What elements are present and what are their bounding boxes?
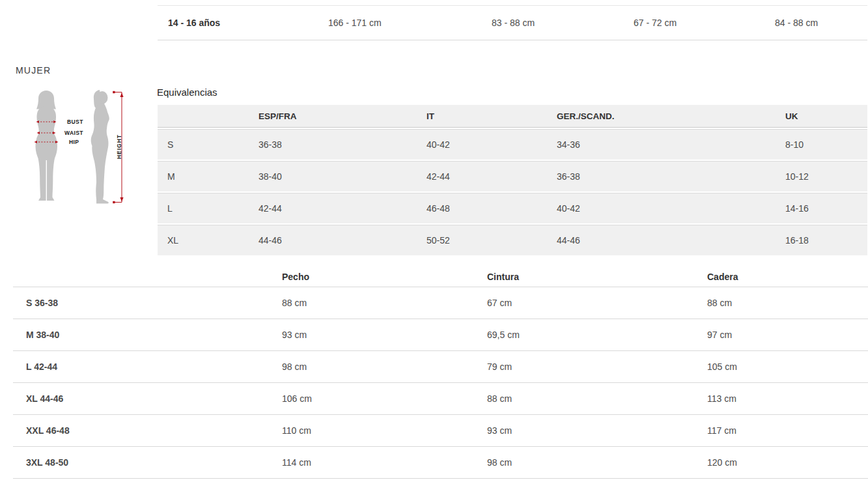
table-row: L 42-44 46-48 40-42 14-16 bbox=[158, 193, 867, 223]
measurements-header-row: Pecho Cintura Cadera bbox=[13, 267, 868, 287]
table-cell: 114 cm bbox=[282, 457, 487, 468]
column-header-pecho: Pecho bbox=[282, 272, 487, 282]
waist-range-cell: 67 - 72 cm bbox=[623, 18, 764, 28]
table-row: XL 44-46 106 cm 88 cm 113 cm bbox=[13, 382, 868, 414]
equivalencias-header-row: ESP/FRA IT GER./SCAND. UK bbox=[158, 105, 867, 128]
table-cell: 117 cm bbox=[707, 425, 868, 436]
size-cell: L bbox=[158, 203, 249, 214]
table-row: S 36-38 40-42 34-36 8-10 bbox=[158, 129, 867, 160]
chest-range-cell: 83 - 88 cm bbox=[481, 18, 623, 28]
table-cell: 113 cm bbox=[707, 393, 868, 404]
size-cell: S 36-38 bbox=[13, 298, 282, 308]
table-row: XXL 46-48 110 cm 93 cm 117 cm bbox=[13, 414, 868, 446]
table-cell: 46-48 bbox=[417, 203, 547, 214]
size-cell: S bbox=[158, 139, 249, 150]
side-figure-silhouette bbox=[91, 90, 109, 204]
front-figure-silhouette bbox=[36, 91, 58, 201]
table-row: 3XL 48-50 114 cm 98 cm 120 cm bbox=[13, 446, 868, 479]
previous-size-table-row: 14 - 16 años 166 - 171 cm 83 - 88 cm 67 … bbox=[158, 5, 867, 40]
column-header-it: IT bbox=[417, 111, 547, 121]
height-range-cell: 166 - 171 cm bbox=[318, 18, 481, 28]
table-cell: 44-46 bbox=[249, 235, 417, 246]
size-cell: M bbox=[158, 171, 249, 182]
table-cell: 106 cm bbox=[282, 393, 487, 404]
column-header-uk: UK bbox=[776, 111, 867, 121]
height-label: HEIGHT bbox=[116, 134, 122, 159]
table-cell: 97 cm bbox=[707, 330, 868, 340]
body-measure-figure: BUST WAIST HIP HEIGHT bbox=[26, 85, 156, 214]
size-cell: XL 44-46 bbox=[13, 393, 282, 404]
hip-label: HIP bbox=[69, 139, 79, 145]
table-row: S 36-38 88 cm 67 cm 88 cm bbox=[13, 287, 868, 319]
table-row: L 42-44 98 cm 79 cm 105 cm bbox=[13, 350, 868, 382]
table-cell: 36-38 bbox=[249, 139, 417, 150]
table-cell: 67 cm bbox=[487, 298, 707, 308]
table-cell: 38-40 bbox=[249, 171, 417, 182]
measurements-table: Pecho Cintura Cadera S 36-38 88 cm 67 cm… bbox=[13, 267, 868, 479]
size-cell: XL bbox=[158, 235, 249, 246]
table-cell: 44-46 bbox=[547, 235, 776, 246]
table-cell: 79 cm bbox=[487, 362, 707, 372]
column-header-esp-fra: ESP/FRA bbox=[249, 111, 417, 121]
column-header-cadera: Cadera bbox=[707, 272, 868, 282]
hip-range-cell: 84 - 88 cm bbox=[764, 18, 867, 28]
size-cell: M 38-40 bbox=[13, 330, 282, 340]
table-cell: 98 cm bbox=[282, 362, 487, 372]
table-cell: 8-10 bbox=[776, 139, 867, 150]
table-cell: 42-44 bbox=[249, 203, 417, 214]
table-cell: 36-38 bbox=[547, 171, 776, 182]
size-cell: 3XL 48-50 bbox=[13, 457, 282, 468]
table-cell: 69,5 cm bbox=[487, 330, 707, 340]
table-cell: 14-16 bbox=[776, 203, 867, 214]
equivalencias-table: ESP/FRA IT GER./SCAND. UK S 36-38 40-42 … bbox=[158, 105, 867, 255]
waist-label: WAIST bbox=[64, 130, 83, 136]
size-cell: L 42-44 bbox=[13, 362, 282, 372]
size-cell: XXL 46-48 bbox=[13, 425, 282, 436]
table-row: XL 44-46 50-52 44-46 16-18 bbox=[158, 225, 867, 255]
column-header-ger-scand: GER./SCAND. bbox=[547, 111, 776, 121]
table-cell: 40-42 bbox=[417, 139, 547, 150]
table-cell: 16-18 bbox=[776, 235, 867, 246]
table-row: M 38-40 93 cm 69,5 cm 97 cm bbox=[13, 319, 868, 350]
bust-label: BUST bbox=[67, 119, 83, 125]
table-row: M 38-40 42-44 36-38 10-12 bbox=[158, 161, 867, 191]
table-cell: 105 cm bbox=[707, 362, 868, 372]
table-cell: 42-44 bbox=[417, 171, 547, 182]
table-cell: 88 cm bbox=[282, 298, 487, 308]
table-cell: 93 cm bbox=[487, 425, 707, 436]
table-cell: 93 cm bbox=[282, 330, 487, 340]
table-cell: 110 cm bbox=[282, 425, 487, 436]
table-cell: 88 cm bbox=[487, 393, 707, 404]
table-cell: 88 cm bbox=[707, 298, 868, 308]
table-cell: 10-12 bbox=[776, 171, 867, 182]
column-header-cintura: Cintura bbox=[487, 272, 707, 282]
table-cell: 34-36 bbox=[547, 139, 776, 150]
table-cell: 120 cm bbox=[707, 457, 868, 468]
table-cell: 40-42 bbox=[547, 203, 776, 214]
table-cell: 50-52 bbox=[417, 235, 547, 246]
section-title-mujer: MUJER bbox=[16, 65, 51, 76]
equivalencias-title: Equivalencias bbox=[157, 87, 217, 98]
age-range-cell: 14 - 16 años bbox=[158, 18, 318, 28]
table-cell: 98 cm bbox=[487, 457, 707, 468]
